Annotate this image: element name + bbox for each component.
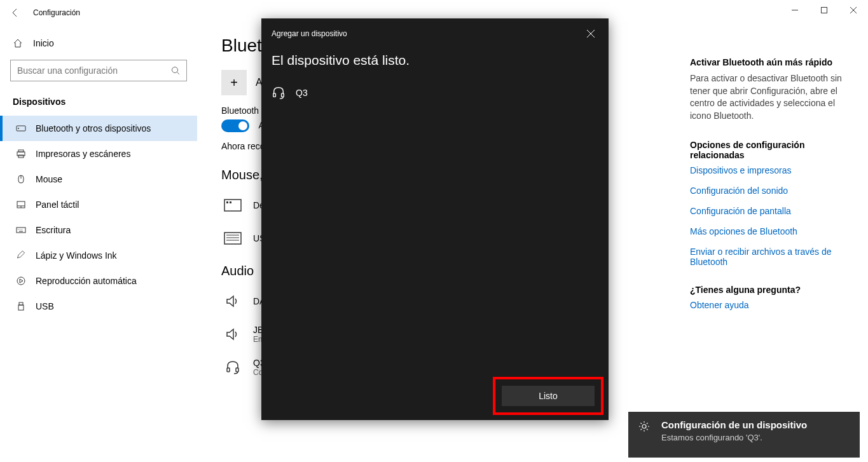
keyboard-device-icon <box>221 227 244 250</box>
pen-icon <box>15 250 27 261</box>
related-link[interactable]: Configuración de pantalla <box>690 206 849 216</box>
bluetooth-toggle[interactable] <box>221 119 249 132</box>
svg-rect-22 <box>224 200 241 211</box>
home-icon <box>13 38 24 48</box>
sidebar-item-mouse[interactable]: Mouse <box>0 166 197 192</box>
sidebar-item-touchpad[interactable]: Panel táctil <box>0 192 197 217</box>
speaker-icon <box>221 290 244 313</box>
sidebar-item-pen[interactable]: Lápiz y Windows Ink <box>0 243 197 268</box>
keyboard-icon <box>15 225 27 235</box>
sidebar-item-label: Escritura <box>36 225 71 235</box>
svg-rect-23 <box>226 201 228 203</box>
usb-icon <box>15 301 27 311</box>
svg-line-3 <box>177 72 180 75</box>
headset-icon <box>272 86 287 100</box>
window-title: Configuración <box>33 8 80 17</box>
back-button[interactable] <box>5 3 25 23</box>
bluetooth-icon <box>15 123 27 133</box>
help-link[interactable]: Obtener ayuda <box>690 300 849 310</box>
sidebar-item-label: Mouse <box>36 174 62 184</box>
svg-rect-21 <box>18 305 24 310</box>
sidebar-item-usb[interactable]: USB <box>0 294 197 319</box>
svg-rect-32 <box>282 93 284 97</box>
sidebar-item-label: Impresoras y escáneres <box>36 149 130 159</box>
modal-device-name: Q3 <box>296 88 308 98</box>
sidebar-home[interactable]: Inicio <box>0 32 197 55</box>
sidebar-item-label: Bluetooth y otros dispositivos <box>36 123 151 133</box>
done-button[interactable]: Listo <box>502 386 595 406</box>
minimize-button[interactable] <box>780 0 809 20</box>
sidebar-item-printers[interactable]: Impresoras y escáneres <box>0 141 197 166</box>
svg-rect-29 <box>227 368 230 372</box>
sidebar-item-autoplay[interactable]: Reproducción automática <box>0 268 197 294</box>
speaker-icon <box>221 323 244 346</box>
svg-rect-24 <box>230 201 231 203</box>
svg-point-19 <box>17 277 25 285</box>
mouse-icon <box>15 174 27 184</box>
sidebar-home-label: Inicio <box>33 38 54 48</box>
add-device-modal: Agregar un dispositivo El dispositivo es… <box>261 18 609 420</box>
sidebar-section-label: Dispositivos <box>0 92 197 116</box>
tip-title: Activar Bluetooth aún más rápido <box>690 57 849 67</box>
svg-rect-7 <box>18 150 24 152</box>
sidebar: Inicio Dispositivos Bluetooth y otros di… <box>0 25 197 462</box>
related-link[interactable]: Dispositivos e impresoras <box>690 165 849 175</box>
sidebar-item-label: USB <box>36 301 54 311</box>
svg-rect-1 <box>822 8 827 13</box>
related-link[interactable]: Más opciones de Bluetooth <box>690 226 849 236</box>
sidebar-item-label: Panel táctil <box>36 200 79 210</box>
toast-title: Configuración de un dispositivo <box>661 419 807 430</box>
svg-point-2 <box>172 67 178 73</box>
autoplay-icon <box>15 276 27 286</box>
sidebar-item-typing[interactable]: Escritura <box>0 217 197 243</box>
sidebar-item-label: Lápiz y Windows Ink <box>36 250 117 261</box>
svg-rect-31 <box>273 93 276 97</box>
help-title: ¿Tienes alguna pregunta? <box>690 285 849 295</box>
toast-body: Estamos configurando 'Q3'. <box>661 433 807 442</box>
related-settings-title: Opciones de configuración relacionadas <box>690 140 849 160</box>
svg-rect-20 <box>19 302 23 305</box>
sidebar-right: Activar Bluetooth aún más rápido Para ac… <box>690 57 868 328</box>
tip-body: Para activar o desactivar Bluetooth sin … <box>690 72 849 122</box>
modal-device-row: Q3 <box>261 81 609 105</box>
maximize-button[interactable] <box>809 0 839 20</box>
plus-icon: + <box>221 70 247 95</box>
search-input[interactable] <box>17 65 171 76</box>
sidebar-item-bluetooth[interactable]: Bluetooth y otros dispositivos <box>0 116 197 141</box>
svg-rect-30 <box>236 368 238 372</box>
printer-icon <box>15 149 27 159</box>
modal-title: Agregar un dispositivo <box>272 29 347 38</box>
notification-toast[interactable]: Configuración de un dispositivo Estamos … <box>628 412 860 458</box>
svg-point-5 <box>18 128 19 129</box>
gear-icon <box>638 419 654 450</box>
search-icon <box>171 66 180 75</box>
headset-icon <box>221 356 244 379</box>
window-controls <box>780 0 868 20</box>
touchpad-icon <box>15 200 27 210</box>
modal-close-button[interactable] <box>583 26 598 41</box>
related-link[interactable]: Enviar o recibir archivos a través de Bl… <box>690 247 849 267</box>
sidebar-item-label: Reproducción automática <box>36 276 137 286</box>
close-button[interactable] <box>839 0 868 20</box>
done-button-highlight: Listo <box>493 377 603 415</box>
search-box[interactable] <box>10 60 187 81</box>
svg-rect-25 <box>224 233 241 244</box>
keyboard-device-icon <box>221 194 244 217</box>
svg-point-33 <box>642 425 646 428</box>
related-link[interactable]: Configuración del sonido <box>690 186 849 196</box>
modal-heading: El dispositivo está listo. <box>261 41 609 81</box>
svg-rect-14 <box>17 228 25 233</box>
